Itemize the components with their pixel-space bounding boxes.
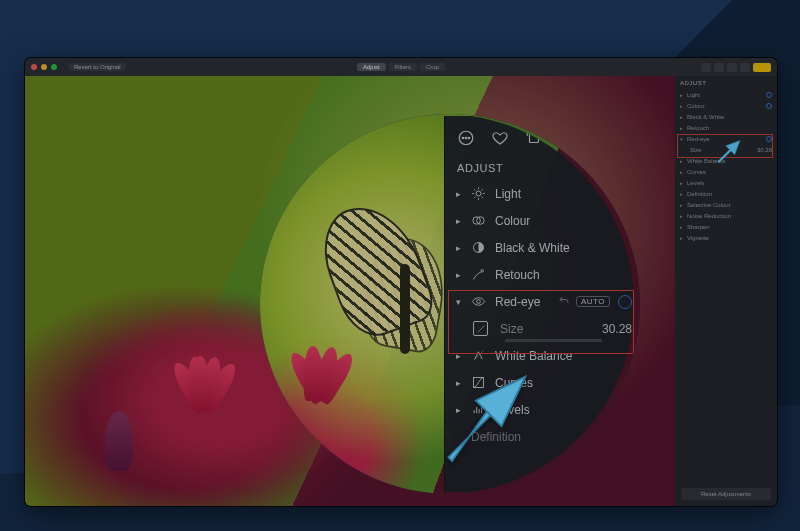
titlebar-right-tools xyxy=(701,63,771,72)
minimize-window-icon[interactable] xyxy=(41,64,47,70)
size-slider[interactable] xyxy=(505,339,602,342)
done-button-zoom[interactable]: Don xyxy=(591,127,632,149)
inspector-row-levels[interactable]: ▸Levels xyxy=(680,177,772,188)
rotate-icon[interactable] xyxy=(523,127,545,149)
inspector-row-selcolour[interactable]: ▸Selective Colour xyxy=(680,199,772,210)
toolbar-icon[interactable] xyxy=(714,63,724,72)
light-icon xyxy=(471,186,486,201)
inspector-row-vignette[interactable]: ▸Vignette xyxy=(680,232,772,243)
favorite-icon[interactable] xyxy=(489,127,511,149)
size-tool-icon[interactable] xyxy=(473,321,488,336)
inspector-row-curves[interactable]: ▸Curves xyxy=(680,166,772,177)
svg-point-9 xyxy=(481,270,484,273)
panel-title: ADJUST xyxy=(445,160,640,180)
row-redeye-size[interactable]: Size 30.28 xyxy=(445,315,640,342)
callout-arrow-small xyxy=(713,136,743,166)
size-value: 30.28 xyxy=(602,322,632,336)
inspector-row-definition[interactable]: ▸Definition xyxy=(680,188,772,199)
svg-point-5 xyxy=(476,191,481,196)
inspector-row-colour[interactable]: ▸Colour xyxy=(680,100,772,111)
close-window-icon[interactable] xyxy=(31,64,37,70)
edit-ring-icon[interactable] xyxy=(618,295,632,309)
auto-button[interactable]: AUTO xyxy=(576,296,610,307)
inspector-row-noise[interactable]: ▸Noise Reduction xyxy=(680,210,772,221)
row-redeye[interactable]: ▾ Red-eye AUTO xyxy=(445,288,640,315)
svg-point-10 xyxy=(477,300,481,304)
row-bw[interactable]: ▸ Black & White xyxy=(445,234,640,261)
svg-point-3 xyxy=(468,137,470,139)
inspector-row-light[interactable]: ▸Light xyxy=(680,89,772,100)
callout-arrow-large xyxy=(430,362,540,472)
done-button[interactable] xyxy=(753,63,771,72)
more-icon[interactable] xyxy=(455,127,477,149)
wb-icon xyxy=(471,348,486,363)
undo-icon[interactable] xyxy=(558,295,570,309)
reset-adjustments-button[interactable]: Reset Adjustments xyxy=(681,488,771,500)
toolbar-icon[interactable] xyxy=(701,63,711,72)
fullscreen-window-icon[interactable] xyxy=(51,64,57,70)
redeye-icon xyxy=(471,294,486,309)
svg-point-1 xyxy=(462,137,464,139)
bw-icon xyxy=(471,240,486,255)
edit-ring-icon[interactable] xyxy=(618,187,632,201)
svg-rect-4 xyxy=(529,134,538,143)
inspector-row-retouch[interactable]: ▸Retouch xyxy=(680,122,772,133)
row-light[interactable]: ▸ Light xyxy=(445,180,640,207)
svg-point-2 xyxy=(465,137,467,139)
size-label: Size xyxy=(497,322,523,336)
toolbar-icon[interactable] xyxy=(740,63,750,72)
window-titlebar: Revert to Original Adjust Filters Crop xyxy=(25,58,777,76)
colour-icon xyxy=(471,213,486,228)
edit-ring-icon[interactable] xyxy=(618,214,632,228)
toolbar-icon[interactable] xyxy=(727,63,737,72)
row-retouch[interactable]: ▸ Retouch xyxy=(445,261,640,288)
tab-crop[interactable]: Crop xyxy=(420,63,445,71)
mode-segment: Adjust Filters Crop xyxy=(357,63,445,71)
retouch-icon xyxy=(471,267,486,282)
row-colour[interactable]: ▸ Colour xyxy=(445,207,640,234)
photo-content xyxy=(165,356,245,466)
inspector-row-bw[interactable]: ▸Black & White xyxy=(680,111,772,122)
auto-enhance-icon[interactable] xyxy=(557,127,579,149)
revert-to-original-button[interactable]: Revert to Original xyxy=(69,63,126,71)
tab-adjust[interactable]: Adjust xyxy=(357,63,386,71)
inspector-row-sharpen[interactable]: ▸Sharpen xyxy=(680,221,772,232)
inspector-title: ADJUST xyxy=(680,80,772,86)
panel-toolbar: Don xyxy=(445,116,640,160)
tab-filters[interactable]: Filters xyxy=(389,63,417,71)
